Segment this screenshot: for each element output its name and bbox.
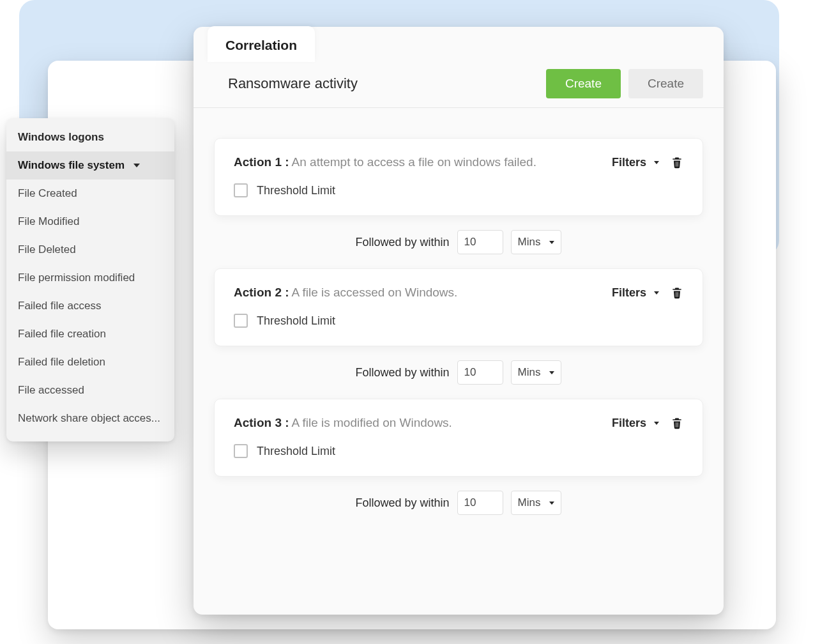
main-panel: Correlation Ransomware activity Create C…	[194, 27, 724, 615]
delete-button[interactable]	[671, 416, 683, 430]
threshold-label: Threshold Limit	[257, 184, 335, 197]
sidebar-item-label: File Created	[18, 187, 77, 200]
unit-label: Mins	[518, 366, 541, 379]
action-description: An attempt to access a file on windows f…	[292, 155, 612, 169]
unit-label: Mins	[518, 236, 541, 249]
chevron-down-icon	[133, 164, 140, 167]
threshold-row: Threshold Limit	[234, 444, 683, 458]
time-unit-select[interactable]: Mins	[511, 491, 562, 515]
followed-by-label: Followed by within	[356, 366, 450, 379]
time-unit-select[interactable]: Mins	[511, 360, 562, 385]
followed-by-label: Followed by within	[356, 236, 450, 249]
threshold-row: Threshold Limit	[234, 314, 683, 328]
action-title: Action 1 :	[234, 155, 289, 169]
sidebar-item-label: Failed file creation	[18, 328, 106, 341]
action-card: Action 3 : A file is modified on Windows…	[214, 399, 703, 477]
threshold-checkbox[interactable]	[234, 314, 248, 328]
followed-by-row: Followed by within Mins	[214, 216, 703, 268]
action-header-row: Action 2 : A file is accessed on Windows…	[234, 286, 683, 300]
filters-label: Filters	[612, 286, 646, 300]
filters-dropdown[interactable]: Filters	[612, 417, 659, 430]
create-button-primary[interactable]: Create	[546, 69, 621, 98]
sidebar-item-label: Failed file access	[18, 300, 101, 312]
delete-button[interactable]	[671, 286, 683, 300]
sidebar-item-label: File accessed	[18, 384, 84, 397]
filters-dropdown[interactable]: Filters	[612, 156, 659, 169]
action-card: Action 1 : An attempt to access a file o…	[214, 138, 703, 216]
chevron-down-icon	[654, 291, 659, 295]
action-description: A file is modified on Windows.	[292, 416, 612, 430]
filters-label: Filters	[612, 417, 646, 430]
action-title: Action 3 :	[234, 416, 289, 430]
tab-label: Correlation	[225, 38, 297, 52]
sidebar-item-label: Windows logons	[18, 131, 104, 144]
delete-button[interactable]	[671, 155, 683, 169]
sidebar-item-label: Windows file system	[18, 159, 125, 172]
trash-icon	[671, 416, 683, 430]
page-title: Ransomware activity	[228, 75, 538, 92]
header-row: Ransomware activity Create Create	[194, 69, 724, 108]
sidebar-item-file-permission-modified[interactable]: File permission modified	[6, 264, 174, 292]
trash-icon	[671, 155, 683, 169]
sidebar-item-file-deleted[interactable]: File Deleted	[6, 236, 174, 264]
sidebar-item-file-created[interactable]: File Created	[6, 180, 174, 208]
sidebar-item-file-accessed[interactable]: File accessed	[6, 376, 174, 404]
action-header-row: Action 1 : An attempt to access a file o…	[234, 155, 683, 169]
chevron-down-icon	[549, 502, 554, 505]
action-description: A file is accessed on Windows.	[292, 286, 612, 300]
sidebar-item-label: File Deleted	[18, 243, 76, 256]
sidebar-item-label: Network share object acces...	[18, 412, 160, 425]
sidebar-item-windows-file-system[interactable]: Windows file system	[6, 151, 174, 180]
chevron-down-icon	[654, 422, 659, 425]
threshold-row: Threshold Limit	[234, 183, 683, 197]
chevron-down-icon	[654, 161, 659, 164]
chevron-down-icon	[549, 371, 554, 374]
actions-container: Action 1 : An attempt to access a file o…	[194, 123, 724, 615]
followed-by-row: Followed by within Mins	[214, 477, 703, 529]
unit-label: Mins	[518, 496, 541, 509]
sidebar-item-label: File permission modified	[18, 272, 135, 284]
create-button-secondary[interactable]: Create	[628, 69, 703, 98]
followed-by-label: Followed by within	[356, 496, 450, 510]
tab-correlation[interactable]: Correlation	[208, 26, 315, 62]
trash-icon	[671, 286, 683, 300]
action-header-row: Action 3 : A file is modified on Windows…	[234, 416, 683, 430]
followed-value-input[interactable]	[457, 360, 503, 385]
followed-by-row: Followed by within Mins	[214, 346, 703, 399]
threshold-label: Threshold Limit	[257, 314, 335, 328]
followed-value-input[interactable]	[457, 491, 503, 515]
time-unit-select[interactable]: Mins	[511, 230, 562, 254]
threshold-label: Threshold Limit	[257, 445, 335, 458]
threshold-checkbox[interactable]	[234, 444, 248, 458]
sidebar-item-label: Failed file deletion	[18, 356, 105, 369]
threshold-checkbox[interactable]	[234, 183, 248, 197]
sidebar-item-failed-file-creation[interactable]: Failed file creation	[6, 320, 174, 348]
sidebar-item-label: File Modified	[18, 215, 79, 228]
action-card: Action 2 : A file is accessed on Windows…	[214, 268, 703, 346]
sidebar-item-windows-logons[interactable]: Windows logons	[6, 123, 174, 151]
filters-dropdown[interactable]: Filters	[612, 286, 659, 300]
chevron-down-icon	[549, 241, 554, 244]
sidebar-item-failed-file-access[interactable]: Failed file access	[6, 292, 174, 320]
followed-value-input[interactable]	[457, 230, 503, 254]
sidebar-item-network-share-object[interactable]: Network share object acces...	[6, 404, 174, 433]
action-title: Action 2 :	[234, 286, 289, 300]
sidebar: Windows logons Windows file system File …	[6, 118, 174, 441]
sidebar-item-failed-file-deletion[interactable]: Failed file deletion	[6, 348, 174, 376]
sidebar-item-file-modified[interactable]: File Modified	[6, 208, 174, 236]
filters-label: Filters	[612, 156, 646, 169]
